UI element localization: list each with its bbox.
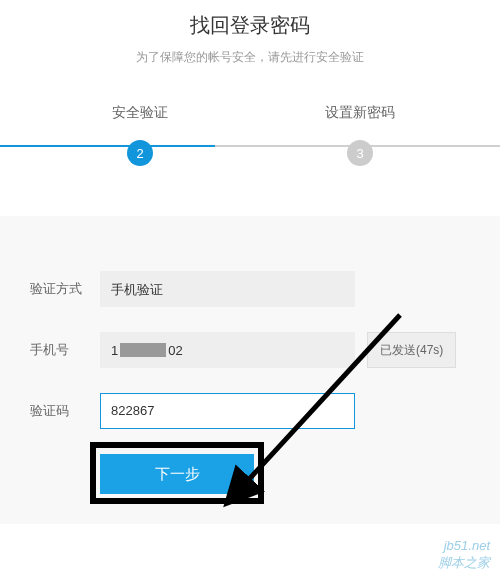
step-3-circle: 3 [347,140,373,166]
phone-label: 手机号 [30,341,100,359]
header: 找回登录密码 为了保障您的帐号安全，请先进行安全验证 [0,0,500,94]
step-2-label: 安全验证 [30,104,250,122]
form-area: 验证方式 手机验证 手机号 1 02 已发送(47s) 验证码 下一步 [0,216,500,524]
submit-row: 下一步 [100,454,470,494]
page-title: 找回登录密码 [0,12,500,39]
step-3: 设置新密码 3 [250,104,470,166]
phone-value: 1 02 [100,332,355,368]
code-label: 验证码 [30,402,100,420]
step-indicator: 安全验证 2 设置新密码 3 [0,94,500,166]
next-step-button[interactable]: 下一步 [100,454,254,494]
phone-prefix: 1 [111,343,118,358]
step-line-active [0,145,215,147]
method-label: 验证方式 [30,280,100,298]
send-code-button[interactable]: 已发送(47s) [367,332,456,368]
row-method: 验证方式 手机验证 [30,271,470,307]
step-2: 安全验证 2 [30,104,250,166]
method-value[interactable]: 手机验证 [100,271,355,307]
row-code: 验证码 [30,393,470,429]
step-3-label: 设置新密码 [250,104,470,122]
watermark-url: jb51.net [438,538,490,555]
code-input[interactable] [100,393,355,429]
page-subtitle: 为了保障您的帐号安全，请先进行安全验证 [0,49,500,66]
watermark-site: 脚本之家 [438,555,490,572]
row-phone: 手机号 1 02 已发送(47s) [30,332,470,368]
watermark: jb51.net 脚本之家 [438,538,490,572]
phone-mask-icon [120,343,166,357]
step-2-circle: 2 [127,140,153,166]
phone-suffix: 02 [168,343,182,358]
